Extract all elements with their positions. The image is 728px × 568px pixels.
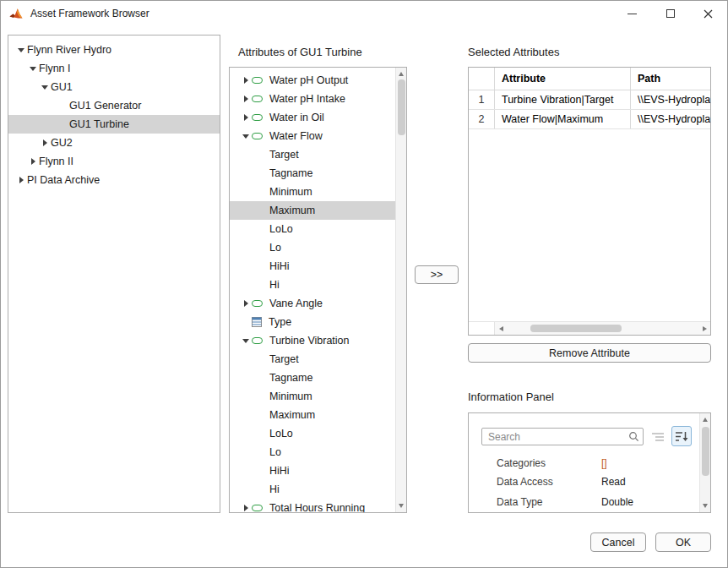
expand-toggle-icon[interactable]: [240, 93, 252, 105]
attribute-subitem[interactable]: Target: [230, 350, 395, 369]
property-value: Double: [601, 496, 633, 508]
attribute-item[interactable]: Water pH Output: [230, 71, 395, 90]
tree-item-flynn-ii[interactable]: Flynn II: [8, 152, 220, 171]
maximize-button[interactable]: [651, 1, 689, 26]
scroll-down-icon[interactable]: [399, 504, 404, 508]
scrollbar-thumb[interactable]: [398, 79, 405, 135]
information-scrollbar[interactable]: [699, 413, 710, 512]
table-row[interactable]: 2 Water Flow|Maximum \\EVS-Hydropla: [469, 110, 710, 129]
scroll-down-icon[interactable]: [703, 504, 708, 508]
expand-toggle-icon[interactable]: [15, 174, 27, 186]
attribute-item[interactable]: Water Flow: [230, 127, 395, 145]
attribute-subitem[interactable]: Minimum: [230, 183, 395, 201]
row-number: 1: [469, 90, 495, 109]
attribute-subitem[interactable]: Lo: [230, 443, 395, 462]
attribute-icon: [252, 133, 263, 139]
attribute-subitem[interactable]: Tagname: [230, 369, 395, 387]
property-name: Data Type: [497, 496, 601, 508]
expand-toggle-icon[interactable]: [240, 130, 252, 142]
group-list-icon: [652, 432, 664, 442]
scroll-up-icon[interactable]: [399, 72, 404, 76]
attribute-label: LoLo: [269, 223, 293, 235]
attribute-label: Hi: [269, 279, 280, 291]
enumeration-table-icon: [252, 317, 262, 327]
scroll-left-icon[interactable]: [495, 322, 507, 335]
add-attribute-button[interactable]: >>: [415, 265, 459, 284]
expand-toggle-icon[interactable]: [27, 63, 39, 74]
row-number-header: [469, 68, 495, 90]
attribute-label: Minimum: [269, 390, 312, 402]
attribute-subitem[interactable]: Target: [230, 145, 395, 164]
tree-item-label: Flynn II: [39, 156, 73, 167]
attribute-subitem[interactable]: Tagname: [230, 164, 395, 183]
minimize-button[interactable]: [613, 1, 651, 26]
attribute-item[interactable]: Turbine Vibration: [230, 331, 395, 350]
tree-item-flynn-river-hydro[interactable]: Flynn River Hydro: [8, 41, 220, 59]
expand-toggle-icon[interactable]: [39, 137, 51, 149]
attribute-subitem[interactable]: Maximum: [230, 406, 395, 424]
property-row: Data Type Double: [497, 493, 692, 511]
attribute-label: LoLo: [269, 428, 293, 440]
attribute-label: Water pH Output: [269, 74, 348, 86]
attribute-label: Maximum: [269, 205, 315, 216]
tree-item-label: Flynn River Hydro: [27, 44, 111, 56]
attribute-item[interactable]: Water pH Intake: [230, 90, 395, 108]
attribute-column-header[interactable]: Attribute: [495, 68, 631, 90]
attribute-item[interactable]: Type: [230, 313, 395, 331]
attribute-subitem[interactable]: LoLo: [230, 220, 395, 238]
expand-toggle-icon[interactable]: [39, 81, 51, 93]
tree-item-gu1-turbine[interactable]: GU1 Turbine: [8, 115, 220, 134]
table-row[interactable]: 1 Turbine Vibration|Target \\EVS-Hydropl…: [469, 90, 710, 110]
attribute-subitem[interactable]: HiHi: [230, 462, 395, 480]
attribute-label: Water in Oil: [269, 112, 324, 123]
tree-item-gu1-generator[interactable]: GU1 Generator: [8, 96, 220, 115]
search-icon: [628, 431, 639, 442]
attribute-item[interactable]: Water in Oil: [230, 108, 395, 127]
attribute-subitem[interactable]: Hi: [230, 480, 395, 499]
scrollbar-thumb[interactable]: [702, 427, 709, 476]
attribute-label: Lo: [269, 446, 281, 458]
information-panel-heading: Information Panel: [468, 390, 554, 403]
sort-alphabetical-button[interactable]: [671, 426, 692, 446]
attribute-item[interactable]: Total Hours Running: [230, 499, 395, 513]
attribute-subitem[interactable]: LoLo: [230, 424, 395, 443]
attribute-item[interactable]: Vane Angle: [230, 294, 395, 313]
tree-item-pi-data-archive[interactable]: PI Data Archive: [8, 171, 220, 189]
expand-toggle-icon[interactable]: [15, 44, 27, 56]
attribute-subitem[interactable]: HiHi: [230, 257, 395, 276]
property-row: Categories []: [497, 454, 692, 472]
ok-button[interactable]: OK: [655, 532, 711, 552]
expand-toggle-icon[interactable]: [27, 156, 39, 167]
attribute-label: Maximum: [269, 409, 315, 421]
attribute-label: Type: [269, 316, 291, 328]
maximize-icon: [666, 9, 675, 18]
cancel-button[interactable]: Cancel: [590, 532, 646, 552]
path-column-header[interactable]: Path: [631, 68, 710, 90]
matlab-logo-icon: [9, 7, 23, 20]
remove-attribute-button[interactable]: Remove Attribute: [468, 343, 711, 363]
path-cell: \\EVS-Hydropla: [631, 90, 710, 109]
minimize-icon: [627, 14, 637, 14]
scroll-right-icon[interactable]: [698, 322, 710, 335]
attribute-subitem[interactable]: Minimum: [230, 387, 395, 406]
attribute-subitem[interactable]: Hi: [230, 276, 395, 294]
attribute-subitem-selected[interactable]: Maximum: [230, 201, 395, 220]
expand-toggle-icon[interactable]: [240, 74, 252, 86]
expand-toggle-icon[interactable]: [240, 502, 252, 513]
tree-item-gu2[interactable]: GU2: [8, 134, 220, 152]
scrollbar-thumb[interactable]: [530, 325, 622, 332]
expand-toggle-icon[interactable]: [240, 335, 252, 347]
attribute-cell: Turbine Vibration|Target: [495, 90, 631, 109]
attribute-subitem[interactable]: Lo: [230, 238, 395, 257]
group-view-button[interactable]: [648, 427, 668, 447]
expand-toggle-icon[interactable]: [240, 112, 252, 123]
scroll-up-icon[interactable]: [703, 418, 708, 422]
search-input[interactable]: [481, 428, 644, 445]
table-horizontal-scrollbar[interactable]: [469, 321, 710, 335]
selected-attributes-heading: Selected Attributes: [468, 46, 559, 58]
tree-item-gu1[interactable]: GU1: [8, 78, 220, 96]
close-button[interactable]: [689, 1, 727, 26]
attributes-scrollbar[interactable]: [395, 68, 406, 512]
expand-toggle-icon[interactable]: [240, 298, 252, 309]
tree-item-flynn-i[interactable]: Flynn I: [8, 59, 220, 78]
